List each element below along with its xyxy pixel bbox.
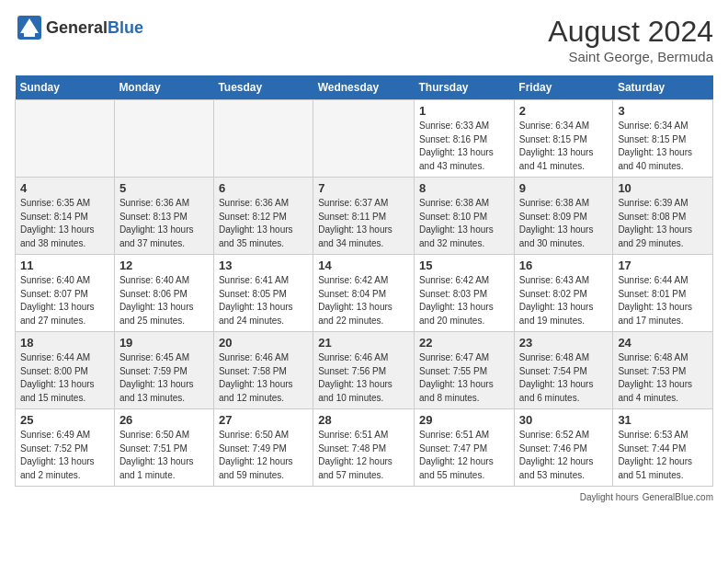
calendar-table: SundayMondayTuesdayWednesdayThursdayFrid… bbox=[15, 75, 713, 487]
day-info: Sunrise: 6:47 AM Sunset: 7:55 PM Dayligh… bbox=[419, 351, 509, 405]
logo: GeneralBlue bbox=[15, 15, 143, 40]
day-info: Sunrise: 6:36 AM Sunset: 8:12 PM Dayligh… bbox=[219, 197, 308, 250]
day-number: 23 bbox=[519, 336, 609, 350]
day-info: Sunrise: 6:46 AM Sunset: 7:58 PM Dayligh… bbox=[219, 351, 308, 405]
day-number: 21 bbox=[318, 336, 409, 350]
footer: Daylight hours GeneralBlue.com bbox=[15, 492, 713, 502]
calendar-week-4: 18Sunrise: 6:44 AM Sunset: 8:00 PM Dayli… bbox=[16, 332, 713, 409]
day-info: Sunrise: 6:51 AM Sunset: 7:47 PM Dayligh… bbox=[419, 429, 509, 482]
day-info: Sunrise: 6:38 AM Sunset: 8:09 PM Dayligh… bbox=[519, 197, 609, 250]
day-info: Sunrise: 6:46 AM Sunset: 7:56 PM Dayligh… bbox=[318, 351, 409, 405]
day-info: Sunrise: 6:42 AM Sunset: 8:03 PM Dayligh… bbox=[419, 274, 509, 327]
day-info: Sunrise: 6:51 AM Sunset: 7:48 PM Dayligh… bbox=[318, 429, 409, 482]
calendar-week-1: 1Sunrise: 6:33 AM Sunset: 8:16 PM Daylig… bbox=[16, 100, 713, 178]
day-info: Sunrise: 6:40 AM Sunset: 8:07 PM Dayligh… bbox=[20, 274, 109, 327]
calendar-cell: 9Sunrise: 6:38 AM Sunset: 8:09 PM Daylig… bbox=[514, 178, 613, 255]
calendar-cell: 2Sunrise: 6:34 AM Sunset: 8:15 PM Daylig… bbox=[514, 100, 613, 178]
day-info: Sunrise: 6:39 AM Sunset: 8:08 PM Dayligh… bbox=[618, 197, 708, 250]
header-row: SundayMondayTuesdayWednesdayThursdayFrid… bbox=[16, 75, 713, 100]
calendar-cell: 7Sunrise: 6:37 AM Sunset: 8:11 PM Daylig… bbox=[313, 178, 415, 255]
day-info: Sunrise: 6:43 AM Sunset: 8:02 PM Dayligh… bbox=[519, 274, 609, 327]
day-info: Sunrise: 6:36 AM Sunset: 8:13 PM Dayligh… bbox=[119, 197, 209, 250]
col-header-thursday: Thursday bbox=[415, 75, 515, 100]
calendar-cell: 12Sunrise: 6:40 AM Sunset: 8:06 PM Dayli… bbox=[114, 255, 213, 332]
month-year-title: August 2024 bbox=[548, 15, 713, 49]
day-number: 10 bbox=[618, 181, 708, 195]
day-number: 16 bbox=[519, 259, 609, 272]
day-info: Sunrise: 6:44 AM Sunset: 8:01 PM Dayligh… bbox=[618, 274, 708, 327]
day-number: 24 bbox=[618, 336, 708, 350]
calendar-cell bbox=[213, 100, 313, 178]
calendar-week-3: 11Sunrise: 6:40 AM Sunset: 8:07 PM Dayli… bbox=[16, 255, 713, 332]
calendar-cell: 17Sunrise: 6:44 AM Sunset: 8:01 PM Dayli… bbox=[613, 255, 713, 332]
svg-rect-2 bbox=[24, 29, 35, 37]
col-header-sunday: Sunday bbox=[16, 75, 115, 100]
day-number: 28 bbox=[318, 413, 409, 427]
calendar-cell: 5Sunrise: 6:36 AM Sunset: 8:13 PM Daylig… bbox=[114, 178, 213, 255]
calendar-cell: 31Sunrise: 6:53 AM Sunset: 7:44 PM Dayli… bbox=[613, 409, 713, 487]
day-info: Sunrise: 6:40 AM Sunset: 8:06 PM Dayligh… bbox=[119, 274, 209, 327]
day-info: Sunrise: 6:41 AM Sunset: 8:05 PM Dayligh… bbox=[219, 274, 308, 327]
day-number: 26 bbox=[119, 413, 209, 427]
calendar-cell: 22Sunrise: 6:47 AM Sunset: 7:55 PM Dayli… bbox=[415, 332, 515, 409]
day-number: 8 bbox=[419, 181, 509, 195]
title-block: August 2024 Saint George, Bermuda bbox=[548, 15, 713, 64]
col-header-monday: Monday bbox=[114, 75, 213, 100]
page-header: GeneralBlue August 2024 Saint George, Be… bbox=[15, 15, 713, 64]
calendar-week-5: 25Sunrise: 6:49 AM Sunset: 7:52 PM Dayli… bbox=[16, 409, 713, 487]
col-header-tuesday: Tuesday bbox=[213, 75, 313, 100]
day-info: Sunrise: 6:42 AM Sunset: 8:04 PM Dayligh… bbox=[318, 274, 409, 327]
day-number: 2 bbox=[519, 104, 609, 118]
day-number: 13 bbox=[219, 259, 308, 272]
day-number: 14 bbox=[318, 259, 409, 272]
day-number: 4 bbox=[20, 181, 109, 195]
logo-general: General bbox=[46, 18, 108, 37]
day-info: Sunrise: 6:37 AM Sunset: 8:11 PM Dayligh… bbox=[318, 197, 409, 250]
logo-icon bbox=[17, 15, 42, 40]
calendar-cell bbox=[16, 100, 115, 178]
day-info: Sunrise: 6:35 AM Sunset: 8:14 PM Dayligh… bbox=[20, 197, 109, 250]
day-number: 12 bbox=[119, 259, 209, 272]
day-number: 19 bbox=[119, 336, 209, 350]
calendar-cell: 4Sunrise: 6:35 AM Sunset: 8:14 PM Daylig… bbox=[16, 178, 115, 255]
day-number: 1 bbox=[419, 104, 509, 118]
col-header-friday: Friday bbox=[514, 75, 613, 100]
calendar-cell: 14Sunrise: 6:42 AM Sunset: 8:04 PM Dayli… bbox=[313, 255, 415, 332]
calendar-cell: 20Sunrise: 6:46 AM Sunset: 7:58 PM Dayli… bbox=[213, 332, 313, 409]
calendar-cell: 19Sunrise: 6:45 AM Sunset: 7:59 PM Dayli… bbox=[114, 332, 213, 409]
calendar-cell: 8Sunrise: 6:38 AM Sunset: 8:10 PM Daylig… bbox=[415, 178, 515, 255]
day-number: 20 bbox=[219, 336, 308, 350]
calendar-cell bbox=[313, 100, 415, 178]
calendar-cell: 15Sunrise: 6:42 AM Sunset: 8:03 PM Dayli… bbox=[415, 255, 515, 332]
calendar-cell: 28Sunrise: 6:51 AM Sunset: 7:48 PM Dayli… bbox=[313, 409, 415, 487]
calendar-cell: 24Sunrise: 6:48 AM Sunset: 7:53 PM Dayli… bbox=[613, 332, 713, 409]
calendar-cell: 25Sunrise: 6:49 AM Sunset: 7:52 PM Dayli… bbox=[16, 409, 115, 487]
day-info: Sunrise: 6:50 AM Sunset: 7:51 PM Dayligh… bbox=[119, 429, 209, 482]
day-number: 6 bbox=[219, 181, 308, 195]
day-info: Sunrise: 6:34 AM Sunset: 8:15 PM Dayligh… bbox=[519, 120, 609, 173]
calendar-cell: 18Sunrise: 6:44 AM Sunset: 8:00 PM Dayli… bbox=[16, 332, 115, 409]
location-subtitle: Saint George, Bermuda bbox=[548, 49, 713, 64]
day-number: 29 bbox=[419, 413, 509, 427]
calendar-week-2: 4Sunrise: 6:35 AM Sunset: 8:14 PM Daylig… bbox=[16, 178, 713, 255]
day-number: 3 bbox=[618, 104, 708, 118]
calendar-cell: 11Sunrise: 6:40 AM Sunset: 8:07 PM Dayli… bbox=[16, 255, 115, 332]
col-header-wednesday: Wednesday bbox=[313, 75, 415, 100]
day-number: 25 bbox=[20, 413, 109, 427]
day-info: Sunrise: 6:48 AM Sunset: 7:54 PM Dayligh… bbox=[519, 351, 609, 405]
day-number: 7 bbox=[318, 181, 409, 195]
day-info: Sunrise: 6:49 AM Sunset: 7:52 PM Dayligh… bbox=[20, 429, 109, 482]
day-info: Sunrise: 6:52 AM Sunset: 7:46 PM Dayligh… bbox=[519, 429, 609, 482]
day-number: 31 bbox=[618, 413, 708, 427]
calendar-cell: 6Sunrise: 6:36 AM Sunset: 8:12 PM Daylig… bbox=[213, 178, 313, 255]
calendar-cell: 21Sunrise: 6:46 AM Sunset: 7:56 PM Dayli… bbox=[313, 332, 415, 409]
day-number: 18 bbox=[20, 336, 109, 350]
day-info: Sunrise: 6:53 AM Sunset: 7:44 PM Dayligh… bbox=[618, 429, 708, 482]
calendar-cell: 29Sunrise: 6:51 AM Sunset: 7:47 PM Dayli… bbox=[415, 409, 515, 487]
calendar-cell: 16Sunrise: 6:43 AM Sunset: 8:02 PM Dayli… bbox=[514, 255, 613, 332]
calendar-cell: 1Sunrise: 6:33 AM Sunset: 8:16 PM Daylig… bbox=[415, 100, 515, 178]
day-number: 15 bbox=[419, 259, 509, 272]
day-info: Sunrise: 6:38 AM Sunset: 8:10 PM Dayligh… bbox=[419, 197, 509, 250]
day-number: 27 bbox=[219, 413, 308, 427]
calendar-cell: 3Sunrise: 6:34 AM Sunset: 8:15 PM Daylig… bbox=[613, 100, 713, 178]
